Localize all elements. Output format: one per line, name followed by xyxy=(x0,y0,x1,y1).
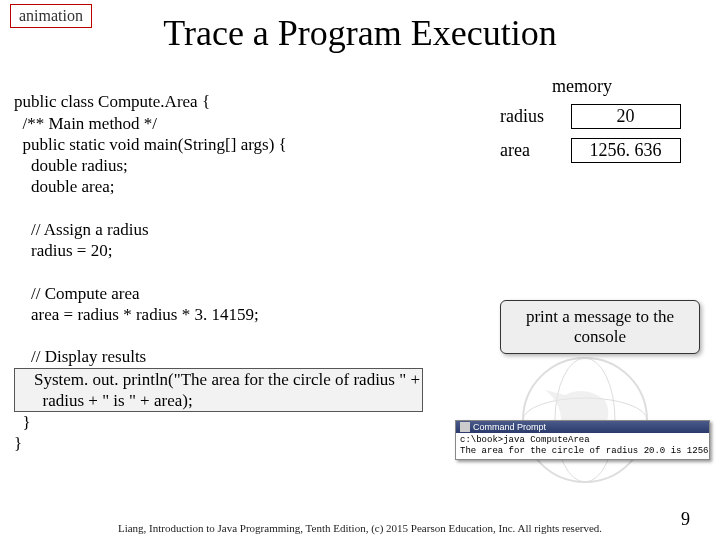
console-icon xyxy=(460,422,470,432)
page-number: 9 xyxy=(681,509,690,530)
memory-row: radius 20 xyxy=(500,104,681,129)
code-line: double radius; xyxy=(14,156,128,175)
code-line: // Display results xyxy=(14,347,146,366)
memory-val: 20 xyxy=(571,104,681,129)
memory-header: memory xyxy=(552,76,612,97)
code-line: } xyxy=(14,434,22,453)
code-line: // Compute area xyxy=(14,284,140,303)
highlighted-code: System. out. println("The area for the c… xyxy=(14,368,423,413)
code-line: double area; xyxy=(14,177,115,196)
code-block: public class Compute.Area { /** Main met… xyxy=(14,70,423,455)
console-window: Command Prompt c:\book>java ComputeArea … xyxy=(455,420,710,460)
code-line: /** Main method */ xyxy=(14,114,157,133)
code-line: public class Compute.Area { xyxy=(14,92,210,111)
code-line: public static void main(String[] args) { xyxy=(14,135,287,154)
code-line: radius = 20; xyxy=(14,241,112,260)
console-titlebar: Command Prompt xyxy=(456,421,709,433)
callout-box: print a message to the console xyxy=(500,300,700,354)
code-line: // Assign a radius xyxy=(14,220,149,239)
footer-citation: Liang, Introduction to Java Programming,… xyxy=(0,522,720,534)
memory-val: 1256. 636 xyxy=(571,138,681,163)
memory-var: area xyxy=(500,140,564,161)
console-body: c:\book>java ComputeArea The area for th… xyxy=(456,433,709,459)
memory-var: radius xyxy=(500,106,564,127)
code-line: } xyxy=(14,413,31,432)
memory-row: area 1256. 636 xyxy=(500,138,681,163)
slide-title: Trace a Program Execution xyxy=(0,12,720,54)
console-title: Command Prompt xyxy=(473,422,546,432)
code-line: area = radius * radius * 3. 14159; xyxy=(14,305,259,324)
